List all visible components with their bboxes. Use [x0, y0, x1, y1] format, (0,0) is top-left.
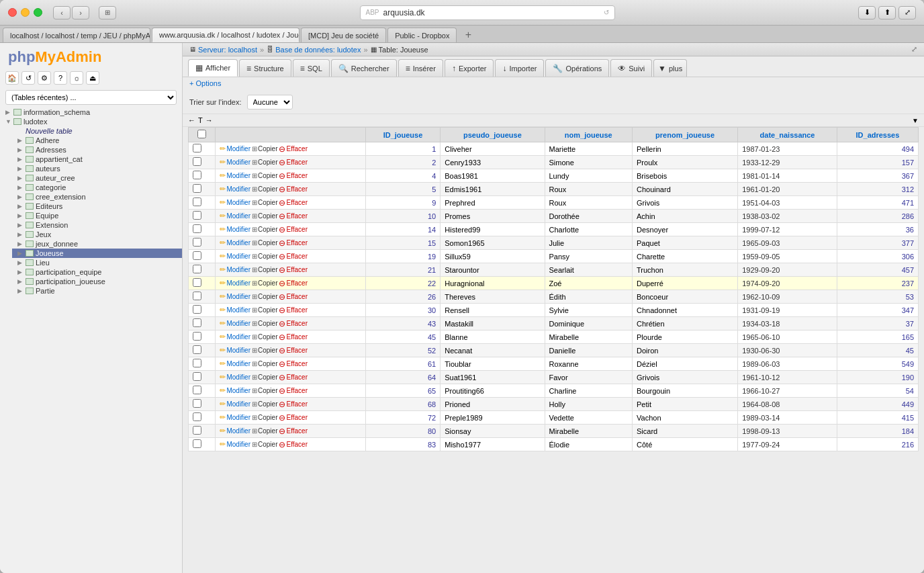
- row-checkbox[interactable]: [189, 290, 216, 304]
- sidebar-item-equipe[interactable]: ▶ Equipe: [12, 211, 182, 220]
- row-checkbox[interactable]: [189, 210, 216, 223]
- home-icon[interactable]: 🏠: [5, 71, 19, 85]
- delete-button[interactable]: ⊖ Effacer: [279, 386, 308, 396]
- sidebar-item-auteurs[interactable]: ▶ auteurs: [12, 164, 182, 173]
- theme-icon[interactable]: ☼: [70, 71, 83, 85]
- delete-button[interactable]: ⊖ Effacer: [279, 212, 308, 221]
- copy-button[interactable]: ⊞ Copier: [252, 199, 277, 206]
- maximize-button[interactable]: [34, 8, 42, 17]
- delete-button[interactable]: ⊖ Effacer: [279, 359, 308, 369]
- filter-select[interactable]: Aucune: [247, 95, 293, 109]
- edit-button[interactable]: ✏ Modifier: [220, 144, 250, 153]
- row-checkbox[interactable]: [189, 142, 216, 156]
- sidebar-item-appartient-cat[interactable]: ▶ appartient_cat: [12, 155, 182, 164]
- tab-rechercher[interactable]: 🔍 Rechercher: [331, 59, 397, 77]
- copy-button[interactable]: ⊞ Copier: [252, 212, 277, 220]
- row-checkbox[interactable]: [189, 169, 216, 183]
- breadcrumb-expand[interactable]: ⤢: [911, 45, 917, 54]
- row-checkbox[interactable]: [189, 425, 216, 438]
- help-icon[interactable]: ?: [54, 71, 67, 85]
- row-checkbox[interactable]: [189, 250, 216, 263]
- edit-button[interactable]: ✏ Modifier: [220, 212, 250, 220]
- delete-button[interactable]: ⊖ Effacer: [279, 238, 308, 248]
- row-checkbox[interactable]: [189, 236, 216, 250]
- sidebar-item-nouvelle-table[interactable]: Nouvelle table: [12, 126, 182, 136]
- sidebar-item-cree-extension[interactable]: ▶ cree_extension: [12, 192, 182, 202]
- tab-4[interactable]: Public - Dropbox: [387, 28, 457, 42]
- address-bar[interactable]: ABP arquusia.dk ↺: [360, 5, 615, 20]
- tab-importer[interactable]: ↓ Importer: [495, 59, 544, 77]
- sidebar-item-participation-joueuse[interactable]: ▶ participation_joueuse: [12, 277, 182, 286]
- copy-button[interactable]: ⊞ Copier: [252, 306, 277, 314]
- tab-sql[interactable]: ≡ SQL: [293, 59, 330, 77]
- edit-button[interactable]: ✏ Modifier: [220, 279, 250, 288]
- sidebar-item-editeurs[interactable]: ▶ Editeurs: [12, 202, 182, 211]
- row-checkbox[interactable]: [189, 384, 216, 398]
- edit-button[interactable]: ✏ Modifier: [220, 359, 250, 368]
- sidebar-item-joueuse[interactable]: ▶ Joueuse: [12, 249, 182, 258]
- sidebar-item-adhere[interactable]: ▶ Adhere: [12, 136, 182, 145]
- copy-button[interactable]: ⊞ Copier: [252, 414, 277, 421]
- col-pseudo[interactable]: pseudo_joueuse: [441, 128, 545, 142]
- delete-button[interactable]: ⊖ Effacer: [279, 171, 308, 181]
- edit-button[interactable]: ✏ Modifier: [220, 346, 250, 355]
- sidebar-item-participation-equipe[interactable]: ▶ participation_equipe: [12, 267, 182, 277]
- copy-button[interactable]: ⊞ Copier: [252, 427, 277, 435]
- edit-button[interactable]: ✏ Modifier: [220, 185, 250, 193]
- delete-button[interactable]: ⊖ Effacer: [279, 158, 308, 167]
- tab-inserer[interactable]: ≡ Insérer: [398, 59, 443, 77]
- edit-button[interactable]: ✏ Modifier: [220, 252, 250, 261]
- delete-button[interactable]: ⊖ Effacer: [279, 279, 308, 288]
- delete-button[interactable]: ⊖ Effacer: [279, 427, 308, 436]
- copy-button[interactable]: ⊞ Copier: [252, 172, 277, 179]
- copy-button[interactable]: ⊞ Copier: [252, 266, 277, 273]
- refresh-icon[interactable]: ↺: [21, 71, 35, 85]
- edit-button[interactable]: ✏ Modifier: [220, 292, 250, 301]
- delete-button[interactable]: ⊖ Effacer: [279, 333, 308, 342]
- copy-button[interactable]: ⊞ Copier: [252, 226, 277, 233]
- col-id-joueuse[interactable]: ID_joueuse: [365, 128, 441, 142]
- copy-button[interactable]: ⊞ Copier: [252, 279, 277, 287]
- edit-button[interactable]: ✏ Modifier: [220, 198, 250, 207]
- edit-button[interactable]: ✏ Modifier: [220, 373, 250, 382]
- edit-button[interactable]: ✏ Modifier: [220, 171, 250, 180]
- row-checkbox[interactable]: [189, 371, 216, 384]
- tab-2[interactable]: www.arquusia.dk / localhost / ludotex / …: [152, 28, 299, 42]
- recent-tables-select[interactable]: (Tables récentes) ...: [5, 90, 177, 105]
- download-button[interactable]: ⬇: [858, 6, 876, 19]
- sidebar-item-jeux[interactable]: ▶ Jeux: [12, 230, 182, 239]
- close-button[interactable]: [8, 8, 17, 17]
- settings-icon[interactable]: ⚙: [38, 71, 51, 85]
- tab-structure[interactable]: ≡ Structure: [239, 59, 291, 77]
- edit-button[interactable]: ✏ Modifier: [220, 386, 250, 395]
- row-checkbox[interactable]: [189, 357, 216, 371]
- copy-button[interactable]: ⊞ Copier: [252, 333, 277, 341]
- delete-button[interactable]: ⊖ Effacer: [279, 198, 308, 208]
- tab-plus[interactable]: ▼ plus: [653, 59, 687, 77]
- reload-icon[interactable]: ↺: [604, 9, 609, 16]
- copy-button[interactable]: ⊞ Copier: [252, 293, 277, 300]
- delete-button[interactable]: ⊖ Effacer: [279, 292, 308, 302]
- row-checkbox[interactable]: [189, 277, 216, 290]
- sidebar-item-jeux-donnee[interactable]: ▶ jeux_donnee: [12, 239, 182, 249]
- nav-right-arrow[interactable]: →: [205, 116, 213, 124]
- edit-button[interactable]: ✏ Modifier: [220, 400, 250, 408]
- delete-button[interactable]: ⊖ Effacer: [279, 144, 308, 154]
- sidebar-item-categorie[interactable]: ▶ categorie: [12, 183, 182, 192]
- delete-button[interactable]: ⊖ Effacer: [279, 252, 308, 261]
- window-layout-button[interactable]: ⊞: [99, 6, 116, 19]
- delete-button[interactable]: ⊖ Effacer: [279, 413, 308, 423]
- copy-button[interactable]: ⊞ Copier: [252, 159, 277, 166]
- share-button[interactable]: ⬆: [878, 6, 896, 19]
- row-checkbox[interactable]: [189, 438, 216, 451]
- options-link[interactable]: + Options: [189, 79, 221, 87]
- copy-button[interactable]: ⊞ Copier: [252, 145, 277, 152]
- edit-button[interactable]: ✏ Modifier: [220, 225, 250, 234]
- row-checkbox[interactable]: [189, 183, 216, 196]
- breadcrumb-db[interactable]: Base de données: ludotex: [275, 46, 361, 54]
- row-checkbox[interactable]: [189, 411, 216, 425]
- col-addr[interactable]: ID_adresses: [837, 128, 918, 142]
- new-tab-button[interactable]: +: [461, 28, 475, 42]
- col-date[interactable]: date_naissance: [738, 128, 837, 142]
- nav-left-arrow[interactable]: ←: [188, 116, 195, 124]
